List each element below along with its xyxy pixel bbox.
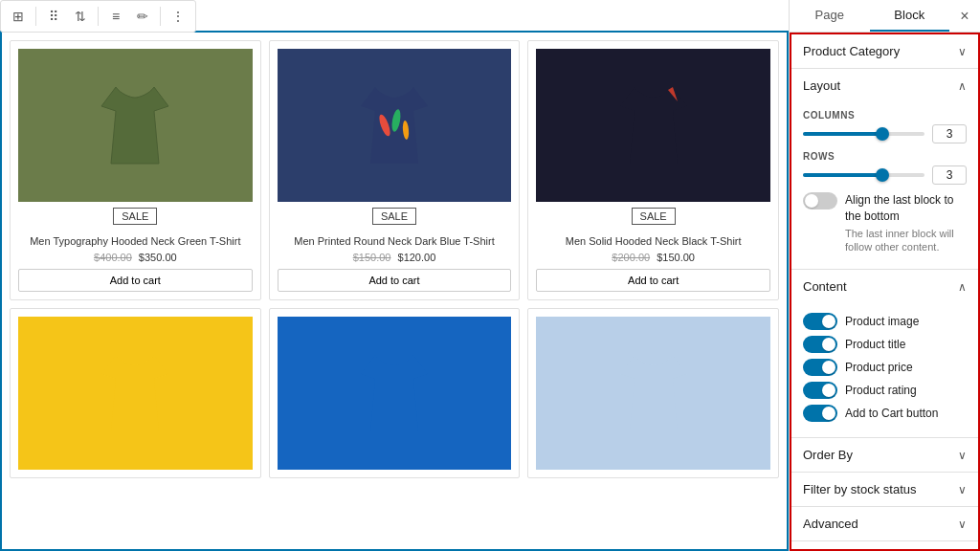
content-body: Product image Product title Product pric… bbox=[791, 303, 978, 437]
more-icon[interactable]: ⋮ bbox=[167, 5, 189, 28]
product-image-5 bbox=[536, 317, 770, 470]
product-rating-toggle[interactable] bbox=[803, 382, 837, 399]
product-title-1: Men Printed Round Neck Dark Blue T-Shirt bbox=[278, 234, 512, 248]
price-old-1: $150.00 bbox=[353, 252, 391, 263]
columns-slider-track bbox=[803, 132, 924, 136]
advanced-section: Advanced ∨ bbox=[791, 507, 978, 541]
product-category-chevron: ∨ bbox=[958, 45, 967, 58]
product-card-5 bbox=[527, 308, 779, 478]
price-old-0: $400.00 bbox=[94, 252, 132, 263]
edit-icon[interactable]: ✏ bbox=[131, 5, 154, 28]
product-price-label: Product price bbox=[845, 361, 913, 374]
toggle-product-image: Product image bbox=[803, 313, 967, 330]
content-header[interactable]: Content ∧ bbox=[791, 270, 978, 303]
product-card-1: SALE Men Printed Round Neck Dark Blue T-… bbox=[269, 40, 521, 300]
order-by-label: Order By bbox=[803, 448, 853, 462]
columns-slider-row bbox=[803, 124, 967, 143]
product-image-2 bbox=[536, 49, 770, 202]
rows-value-input[interactable] bbox=[932, 165, 967, 185]
align-block-toggle[interactable] bbox=[803, 192, 837, 209]
add-to-cart-toggle-label: Add to Cart button bbox=[845, 407, 938, 420]
columns-value-input[interactable] bbox=[932, 124, 967, 143]
add-to-cart-button-2[interactable]: Add to cart bbox=[536, 269, 770, 292]
product-price-1: $150.00 $120.00 bbox=[278, 252, 512, 263]
product-image-4 bbox=[278, 317, 512, 470]
product-category-section: Product Category ∨ bbox=[791, 34, 978, 69]
product-title-0: Men Typography Hooded Neck Green T-Shirt bbox=[18, 234, 253, 248]
product-price-toggle[interactable] bbox=[803, 359, 837, 376]
advanced-header[interactable]: Advanced ∨ bbox=[791, 507, 978, 540]
add-to-cart-button-1[interactable]: Add to cart bbox=[278, 269, 512, 292]
sale-badge-0: SALE bbox=[113, 208, 157, 225]
product-rating-label: Product rating bbox=[845, 384, 917, 397]
product-image-3 bbox=[18, 317, 253, 470]
add-to-cart-toggle[interactable] bbox=[803, 405, 837, 422]
align-block-row: Align the last block to the bottom The l… bbox=[803, 192, 967, 253]
rows-slider-track bbox=[803, 173, 924, 177]
product-card-2: SALE Men Solid Hooded Neck Black T-Shirt… bbox=[527, 40, 779, 300]
filter-stock-section: Filter by stock status ∨ bbox=[791, 473, 978, 507]
product-card-4 bbox=[269, 308, 521, 478]
align-block-text-container: Align the last block to the bottom The l… bbox=[845, 192, 967, 253]
toggle-add-to-cart: Add to Cart button bbox=[803, 405, 967, 422]
align-icon[interactable]: ≡ bbox=[104, 5, 127, 28]
product-grid-container: SALE Men Typography Hooded Neck Green T-… bbox=[0, 31, 789, 551]
product-title-2: Men Solid Hooded Neck Black T-Shirt bbox=[536, 234, 770, 248]
canvas-area: ⊞ ⠿ ⇅ ≡ ✏ ⋮ SALE Men Typography Hooded N… bbox=[0, 0, 789, 551]
content-section: Content ∧ Product image Product title Pr… bbox=[791, 270, 978, 438]
product-image-1 bbox=[278, 49, 512, 202]
product-category-label: Product Category bbox=[803, 44, 900, 58]
product-image-label: Product image bbox=[845, 315, 919, 328]
price-old-2: $200.00 bbox=[612, 252, 650, 263]
arrows-icon[interactable]: ⇅ bbox=[69, 5, 92, 28]
filter-stock-header[interactable]: Filter by stock status ∨ bbox=[791, 473, 978, 506]
toolbar-divider-2 bbox=[98, 7, 99, 26]
content-label: Content bbox=[803, 279, 847, 294]
align-block-desc: The last inner block will follow other c… bbox=[845, 227, 967, 254]
product-price-0: $400.00 $350.00 bbox=[18, 252, 253, 263]
columns-slider-thumb[interactable] bbox=[876, 127, 889, 141]
order-by-chevron: ∨ bbox=[958, 449, 967, 462]
order-by-header[interactable]: Order By ∨ bbox=[791, 438, 978, 472]
advanced-label: Advanced bbox=[803, 517, 858, 531]
product-title-toggle[interactable] bbox=[803, 336, 837, 353]
price-new-2: $150.00 bbox=[657, 252, 695, 263]
align-block-label: Align the last block to the bottom bbox=[845, 192, 967, 225]
columns-slider-fill bbox=[803, 132, 882, 136]
product-price-2: $200.00 $150.00 bbox=[536, 252, 770, 263]
rows-slider-fill bbox=[803, 173, 882, 177]
product-category-header[interactable]: Product Category ∨ bbox=[791, 34, 978, 68]
product-image-0 bbox=[18, 49, 253, 202]
price-new-0: $350.00 bbox=[139, 252, 177, 263]
add-to-cart-button-0[interactable]: Add to cart bbox=[18, 269, 253, 292]
layout-header[interactable]: Layout ∧ bbox=[791, 69, 978, 102]
price-new-1: $120.00 bbox=[398, 252, 436, 263]
toolbar-divider bbox=[35, 7, 36, 26]
rows-slider-thumb[interactable] bbox=[876, 168, 889, 182]
layout-label: Layout bbox=[803, 78, 840, 93]
rows-slider-row bbox=[803, 165, 967, 185]
toolbar-divider-3 bbox=[160, 7, 161, 26]
product-grid: SALE Men Typography Hooded Neck Green T-… bbox=[10, 40, 779, 478]
layout-chevron: ∧ bbox=[958, 79, 967, 93]
product-card: SALE Men Typography Hooded Neck Green T-… bbox=[10, 40, 261, 300]
toggle-product-price: Product price bbox=[803, 359, 967, 376]
move-icon[interactable]: ⠿ bbox=[42, 5, 65, 28]
grid-icon[interactable]: ⊞ bbox=[7, 5, 30, 28]
panel-content: Product Category ∨ Layout ∧ COLUMNS bbox=[790, 33, 980, 551]
tab-block[interactable]: Block bbox=[870, 0, 950, 32]
rows-label: ROWS bbox=[803, 151, 967, 162]
panel-header: Page Block × bbox=[790, 0, 980, 33]
columns-label: COLUMNS bbox=[803, 110, 967, 121]
close-button[interactable]: × bbox=[949, 1, 980, 32]
product-card-3 bbox=[10, 308, 261, 478]
order-by-section: Order By ∨ bbox=[791, 438, 978, 473]
product-image-toggle[interactable] bbox=[803, 313, 837, 330]
tab-page[interactable]: Page bbox=[790, 0, 870, 32]
block-toolbar: ⊞ ⠿ ⇅ ≡ ✏ ⋮ bbox=[0, 0, 196, 33]
layout-body: COLUMNS ROWS bbox=[791, 110, 978, 269]
filter-stock-chevron: ∨ bbox=[958, 483, 967, 496]
product-title-label: Product title bbox=[845, 338, 905, 351]
layout-section: Layout ∧ COLUMNS ROWS bbox=[791, 69, 978, 270]
filter-stock-label: Filter by stock status bbox=[803, 482, 916, 496]
